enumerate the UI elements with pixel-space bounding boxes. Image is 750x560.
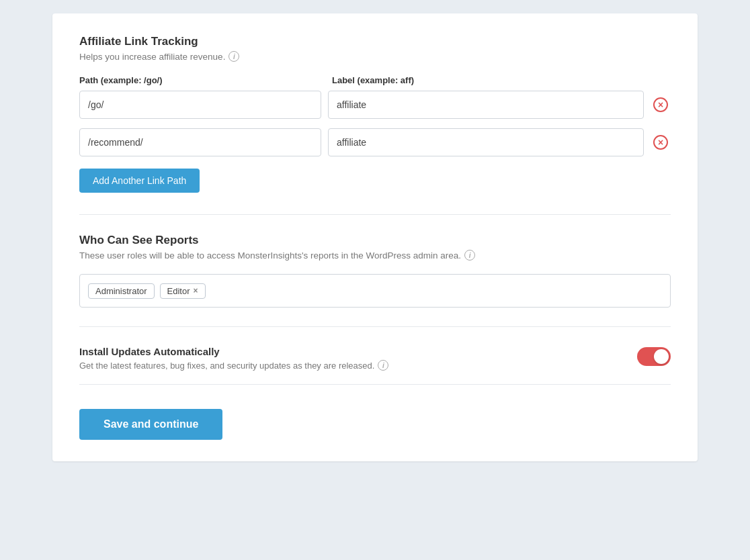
updates-toggle-row: Install Updates Automatically Get the la… [79,346,671,371]
settings-card: Affiliate Link Tracking Helps you increa… [52,13,698,461]
remove-row-1-button[interactable]: × [651,132,671,152]
add-link-path-button[interactable]: Add Another Link Path [79,169,200,193]
affiliate-desc: Helps you increase affiliate revenue. i [79,51,671,62]
roles-box: Administrator Editor × [79,274,671,308]
updates-info-icon[interactable]: i [378,360,388,371]
path-input-0[interactable] [79,91,321,119]
reports-section: Who Can See Reports These user roles wil… [79,234,671,308]
role-tag-administrator: Administrator [88,283,155,299]
path-col-header: Path (example: /go/) [79,75,321,85]
updates-section: Install Updates Automatically Get the la… [79,346,671,371]
label-input-1[interactable] [328,128,644,156]
reports-title: Who Can See Reports [79,234,671,247]
role-editor-label: Editor [167,286,190,296]
label-col-header: Label (example: aff) [332,75,671,85]
role-administrator-label: Administrator [95,286,147,296]
updates-info: Install Updates Automatically Get the la… [79,346,637,371]
divider-2 [79,326,671,327]
updates-desc: Get the latest features, bug fixes, and … [79,360,637,371]
affiliate-row-0: × [79,91,671,119]
affiliate-title: Affiliate Link Tracking [79,35,671,48]
remove-row-1-icon: × [653,135,668,150]
affiliate-section: Affiliate Link Tracking Helps you increa… [79,35,671,209]
save-continue-button[interactable]: Save and continue [79,409,222,440]
updates-toggle[interactable] [637,347,671,366]
remove-editor-button[interactable]: × [194,286,198,295]
divider-1 [79,214,671,215]
affiliate-row-1: × [79,128,671,156]
col-headers: Path (example: /go/) Label (example: aff… [79,75,671,85]
role-tag-editor: Editor × [160,283,206,299]
affiliate-info-icon[interactable]: i [228,51,239,62]
label-input-0[interactable] [328,91,644,119]
updates-title: Install Updates Automatically [79,346,637,357]
reports-desc: These user roles will be able to access … [79,250,671,261]
reports-info-icon[interactable]: i [464,250,475,261]
remove-row-0-icon: × [653,97,668,112]
path-input-1[interactable] [79,128,321,156]
updates-toggle-slider [637,347,671,366]
remove-row-0-button[interactable]: × [651,95,671,115]
divider-3 [79,384,671,385]
